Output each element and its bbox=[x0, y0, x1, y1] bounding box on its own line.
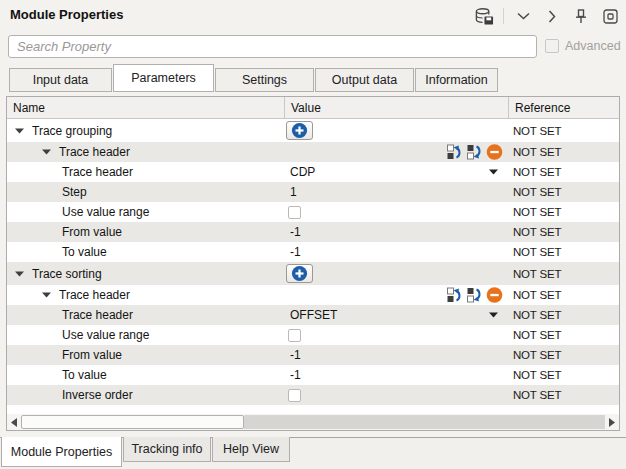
combo-value[interactable]: OFFSET bbox=[284, 308, 337, 322]
property-value-cell[interactable] bbox=[284, 119, 508, 142]
table-row[interactable]: Use value rangeNOT SET bbox=[7, 325, 619, 345]
property-name-cell: Use value range bbox=[7, 202, 284, 222]
tab-input-data[interactable]: Input data bbox=[9, 68, 112, 92]
row-actions bbox=[446, 144, 503, 161]
scrollbar-track[interactable] bbox=[244, 415, 605, 429]
table-row[interactable]: Use value rangeNOT SET bbox=[7, 202, 619, 222]
bottom-tab-module-properties[interactable]: Module Properties bbox=[1, 437, 122, 467]
float-icon[interactable] bbox=[600, 6, 620, 26]
reference-value: NOT SET bbox=[513, 246, 561, 258]
reference-value: NOT SET bbox=[513, 186, 561, 198]
table-row[interactable]: Step1NOT SET bbox=[7, 182, 619, 202]
tab-output-data[interactable]: Output data bbox=[315, 68, 414, 92]
table-row[interactable]: To value-1NOT SET bbox=[7, 242, 619, 262]
property-name-cell: To value bbox=[7, 365, 284, 385]
bottom-tab-help-view[interactable]: Help View bbox=[212, 437, 290, 462]
move-up-icon[interactable] bbox=[446, 287, 463, 304]
property-value-cell[interactable]: -1 bbox=[284, 365, 508, 385]
property-value-cell[interactable] bbox=[284, 285, 508, 305]
chevron-down-icon[interactable] bbox=[513, 6, 533, 26]
reference-cell: NOT SET bbox=[508, 186, 619, 198]
property-name: Use value range bbox=[62, 205, 149, 219]
value-text[interactable]: -1 bbox=[284, 368, 301, 382]
property-value-cell[interactable] bbox=[284, 325, 508, 345]
advanced-label: Advanced bbox=[565, 39, 621, 53]
move-down-icon[interactable] bbox=[466, 287, 483, 304]
table-row[interactable]: Trace header NOT SET bbox=[7, 142, 619, 162]
database-save-icon[interactable] bbox=[474, 6, 494, 26]
property-value-cell[interactable]: OFFSET bbox=[284, 305, 508, 325]
property-value-cell[interactable] bbox=[284, 385, 508, 405]
add-item-button[interactable] bbox=[286, 264, 313, 283]
properties-table: Name Value Reference Trace grouping NOT … bbox=[6, 96, 620, 431]
reference-cell: NOT SET bbox=[508, 309, 619, 321]
property-name-cell: Trace header bbox=[7, 162, 284, 182]
property-value-cell[interactable]: 1 bbox=[284, 182, 508, 202]
expander-icon[interactable] bbox=[42, 149, 51, 155]
search-input[interactable] bbox=[8, 35, 537, 58]
value-text[interactable]: -1 bbox=[284, 245, 301, 259]
table-row[interactable]: To value-1NOT SET bbox=[7, 365, 619, 385]
value-checkbox[interactable] bbox=[288, 329, 301, 342]
property-value-cell[interactable] bbox=[284, 262, 508, 285]
expander-icon[interactable] bbox=[15, 271, 24, 277]
tab-settings[interactable]: Settings bbox=[215, 68, 314, 92]
row-actions bbox=[446, 287, 503, 304]
property-name-cell: Use value range bbox=[7, 325, 284, 345]
scroll-right-icon[interactable] bbox=[605, 414, 619, 430]
value-text[interactable]: -1 bbox=[284, 348, 301, 362]
table-row[interactable]: Trace grouping NOT SET bbox=[7, 119, 619, 142]
combo-dropdown-icon[interactable] bbox=[489, 169, 498, 175]
property-value-cell[interactable] bbox=[284, 142, 508, 162]
tab-parameters[interactable]: Parameters bbox=[113, 64, 214, 92]
toolbar-separator bbox=[503, 8, 504, 24]
bottom-tab-tracking-info[interactable]: Tracking info bbox=[123, 437, 211, 462]
value-text[interactable]: 1 bbox=[284, 185, 297, 199]
property-name: Trace sorting bbox=[32, 267, 102, 281]
property-name-cell: To value bbox=[7, 242, 284, 262]
reference-cell: NOT SET bbox=[508, 246, 619, 258]
column-header-reference[interactable]: Reference bbox=[508, 97, 619, 118]
move-down-icon[interactable] bbox=[466, 144, 483, 161]
value-checkbox[interactable] bbox=[288, 206, 301, 219]
property-name: Trace header bbox=[59, 288, 130, 302]
tab-information[interactable]: Information bbox=[415, 68, 498, 92]
remove-icon[interactable] bbox=[486, 144, 503, 161]
property-value-cell[interactable]: -1 bbox=[284, 222, 508, 242]
table-row[interactable]: Trace header NOT SET bbox=[7, 285, 619, 305]
property-value-cell[interactable]: -1 bbox=[284, 345, 508, 365]
reference-value: NOT SET bbox=[513, 125, 561, 137]
scrollbar-thumb[interactable] bbox=[21, 415, 244, 429]
column-header-value[interactable]: Value bbox=[284, 97, 508, 118]
table-row[interactable]: From value-1NOT SET bbox=[7, 345, 619, 365]
table-row[interactable]: From value-1NOT SET bbox=[7, 222, 619, 242]
pin-icon[interactable] bbox=[571, 6, 591, 26]
scroll-left-icon[interactable] bbox=[7, 414, 21, 430]
property-name: Trace header bbox=[62, 308, 133, 322]
table-row[interactable]: Trace headerOFFSET NOT SET bbox=[7, 305, 619, 325]
reference-cell: NOT SET bbox=[508, 226, 619, 238]
property-value-cell[interactable]: CDP bbox=[284, 162, 508, 182]
expander-icon[interactable] bbox=[15, 128, 24, 134]
combo-dropdown-icon[interactable] bbox=[489, 312, 498, 318]
table-row[interactable]: Trace headerCDP NOT SET bbox=[7, 162, 619, 182]
property-name-cell: Trace grouping bbox=[7, 119, 284, 142]
table-row[interactable]: Trace sorting NOT SET bbox=[7, 262, 619, 285]
combo-value[interactable]: CDP bbox=[284, 165, 315, 179]
value-checkbox[interactable] bbox=[288, 389, 301, 402]
property-value-cell[interactable] bbox=[284, 202, 508, 222]
chevron-right-icon[interactable] bbox=[542, 6, 562, 26]
table-row[interactable]: Inverse orderNOT SET bbox=[7, 385, 619, 405]
reference-value: NOT SET bbox=[513, 289, 561, 301]
move-up-icon[interactable] bbox=[446, 144, 463, 161]
value-text[interactable]: -1 bbox=[284, 225, 301, 239]
advanced-checkbox[interactable] bbox=[545, 39, 559, 53]
top-tab-bar: Input dataParametersSettingsOutput dataI… bbox=[9, 64, 498, 92]
property-value-cell[interactable]: -1 bbox=[284, 242, 508, 262]
column-header-name[interactable]: Name bbox=[7, 97, 284, 118]
remove-icon[interactable] bbox=[486, 287, 503, 304]
add-item-button[interactable] bbox=[286, 121, 313, 140]
expander-icon[interactable] bbox=[42, 292, 51, 298]
reference-value: NOT SET bbox=[513, 329, 561, 341]
reference-cell: NOT SET bbox=[508, 329, 619, 341]
